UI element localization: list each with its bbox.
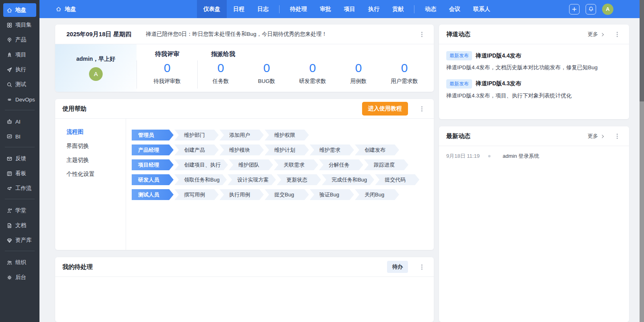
news-item-link[interactable]: 最新发布禅道IPD版4.4发布	[446, 51, 622, 60]
nav-item-日志[interactable]: 日志	[251, 0, 275, 18]
zentao-news-more-link[interactable]: 更多	[588, 31, 603, 38]
nav-item-日程[interactable]: 日程	[227, 0, 251, 18]
scrollbar-track[interactable]	[640, 0, 644, 322]
scrollbar-thumb[interactable]	[640, 0, 644, 101]
breadcrumb[interactable]: 地盘	[56, 6, 76, 13]
sidebar-item-项目集[interactable]: 项目集	[3, 18, 36, 32]
stat-value[interactable]: 0	[401, 61, 408, 75]
sidebar-item-看板[interactable]: 看板	[3, 167, 36, 180]
sidebar-item-label: 看板	[15, 170, 26, 177]
flow-step-chip[interactable]: 完成任务和Bug	[322, 174, 374, 185]
flow-step-chip[interactable]: 添加用户	[219, 130, 264, 140]
sidebar-item-资产库[interactable]: 资产库	[3, 233, 36, 247]
flow-row-项目经理: 项目经理创建项目、执行维护团队关联需求分解任务跟踪进度	[132, 159, 428, 170]
create-button[interactable]	[569, 4, 580, 14]
sidebar-item-学堂[interactable]: 学堂	[3, 204, 36, 217]
nav-item-仪表盘[interactable]: 仪表盘	[197, 0, 227, 18]
sidebar-item-产品[interactable]: 产品	[3, 33, 36, 47]
notifications-button[interactable]	[586, 4, 596, 14]
sidebar-item-组织[interactable]: 组织	[3, 256, 36, 269]
help-card-menu-button[interactable]	[418, 104, 425, 113]
welcome-message: 禅道已陪伴您0日：昨日您暂未处理任务和Bug，今日期待优秀的您来处理！	[146, 31, 327, 38]
flow-step-chip[interactable]: 维护部门	[174, 130, 219, 140]
open-tutorial-button[interactable]: 进入使用教程	[362, 102, 408, 116]
flow-step-chip[interactable]: 分解任务	[319, 159, 363, 170]
sidebar-item-反馈[interactable]: 反馈	[3, 152, 36, 165]
flow-step-chip[interactable]: 领取任务和Bug	[174, 174, 227, 185]
help-menu: 流程图界面切换主题切换个性化设置	[55, 119, 126, 250]
help-menu-item-主题切换[interactable]: 主题切换	[66, 157, 126, 164]
nav-item-执行[interactable]: 执行	[362, 0, 386, 18]
flow-step-chip[interactable]: 维护权限	[265, 130, 309, 140]
flow-step-chip[interactable]: 维护需求	[310, 144, 354, 155]
zentao-news-card: 禅道动态 更多 最新发布禅道IPD版4.4发布禅道IPD版4.4发布，文档历史版…	[439, 25, 629, 119]
right-column: 禅道动态 更多 最新发布禅道IPD版4.4发布禅道IPD版4.4发布，文档历史版…	[439, 25, 629, 322]
flow-step-chip[interactable]: 创建发布	[355, 144, 399, 155]
flow-step-chip[interactable]: 维护团队	[229, 159, 273, 170]
workflow-diagram: 管理员维护部门添加用户维护权限产品经理创建产品维护模块维护计划维护需求创建发布项…	[126, 119, 434, 250]
flow-step-chip[interactable]: 关闭Bug	[355, 189, 399, 200]
activity-time: 9月18日 11:19	[446, 153, 488, 160]
flow-step-chip[interactable]: 验证Bug	[310, 189, 354, 200]
greeting-text: admin，早上好	[76, 56, 115, 63]
todo-card-menu-button[interactable]	[418, 262, 425, 271]
user-avatar[interactable]: A	[602, 4, 613, 15]
sidebar-item-label: 测试	[15, 81, 26, 88]
flow-role-chip: 测试人员	[132, 189, 174, 200]
sidebar-item-后台[interactable]: 后台	[3, 270, 36, 284]
flow-step-chip[interactable]: 跟踪进度	[364, 159, 408, 170]
activity-more-link[interactable]: 更多	[588, 132, 603, 140]
stat-value[interactable]: 0	[217, 61, 224, 75]
flow-step-chip[interactable]: 关联需求	[274, 159, 318, 170]
nav-item-项目[interactable]: 项目	[338, 0, 362, 18]
admin-icon	[6, 274, 12, 281]
flow-step-chip[interactable]: 维护模块	[219, 144, 264, 155]
help-menu-item-个性化设置[interactable]: 个性化设置	[66, 171, 126, 178]
stat-value[interactable]: 0	[309, 61, 316, 75]
flow-step-chip[interactable]: 设计实现方案	[228, 174, 276, 185]
sidebar-item-执行[interactable]: 执行	[3, 63, 36, 76]
help-card: 使用帮助 进入使用教程 流程图界面切换主题切换个性化设置 管理员维护部门添加用户…	[55, 99, 434, 250]
zentao-news-menu-button[interactable]	[614, 30, 620, 39]
sidebar-item-BI[interactable]: BI	[3, 130, 36, 143]
flow-step-chip[interactable]: 撰写用例	[174, 189, 219, 200]
todo-filter-button[interactable]: 待办	[387, 261, 408, 273]
nav-item-贡献[interactable]: 贡献	[386, 0, 410, 18]
flow-role-chip: 管理员	[132, 130, 174, 140]
stat-value[interactable]: 0	[263, 61, 270, 75]
greeting-panel: admin，早上好 A	[55, 44, 137, 92]
nav-item-审批[interactable]: 审批	[313, 0, 338, 18]
nav-item-待处理[interactable]: 待处理	[284, 0, 313, 18]
flow-step-chip[interactable]: 维护计划	[265, 144, 309, 155]
flow-step-chip[interactable]: 创建项目、执行	[174, 159, 228, 170]
sidebar-item-测试[interactable]: 测试	[3, 78, 36, 91]
flow-step-chip[interactable]: 创建产品	[174, 144, 219, 155]
help-menu-item-流程图[interactable]: 流程图	[66, 128, 126, 136]
flow-role-chip: 项目经理	[132, 159, 174, 170]
flow-step-chip[interactable]: 更新状态	[277, 174, 321, 185]
sidebar-item-label: 学堂	[15, 207, 26, 214]
sidebar-item-项目[interactable]: 项目	[3, 48, 36, 62]
help-menu-item-界面切换[interactable]: 界面切换	[66, 142, 126, 150]
welcome-card-menu-button[interactable]	[418, 30, 425, 39]
sidebar-item-文档[interactable]: 文档	[3, 219, 36, 232]
flow-step-chip[interactable]: 提交Bug	[265, 189, 309, 200]
flow-step-chip[interactable]: 提交代码	[375, 174, 419, 185]
sidebar-item-DevOps[interactable]: DevOps	[3, 93, 36, 106]
sidebar-item-label: AI	[15, 119, 21, 125]
more-label: 更多	[588, 132, 598, 140]
news-item-link[interactable]: 最新发布禅道IPD版4.3发布	[446, 79, 622, 89]
activity-menu-button[interactable]	[614, 132, 620, 140]
sidebar-item-AI[interactable]: AI	[3, 115, 36, 128]
sidebar-item-工作流[interactable]: 工作流	[3, 182, 36, 195]
sidebar-item-label: DevOps	[15, 97, 35, 103]
flow-step-chip[interactable]: 执行用例	[219, 189, 264, 200]
nav-item-会议[interactable]: 会议	[443, 0, 467, 18]
left-column: 2025年09月18日 星期四 禅道已陪伴您0日：昨日您暂未处理任务和Bug，今…	[55, 25, 434, 322]
sidebar-item-地盘[interactable]: 地盘	[3, 3, 36, 17]
stat-value[interactable]: 0	[355, 61, 362, 75]
nav-item-动态[interactable]: 动态	[418, 0, 443, 18]
nav-item-联系人[interactable]: 联系人	[467, 0, 497, 18]
stat-value[interactable]: 0	[164, 61, 171, 75]
news-badge: 最新发布	[446, 51, 472, 60]
